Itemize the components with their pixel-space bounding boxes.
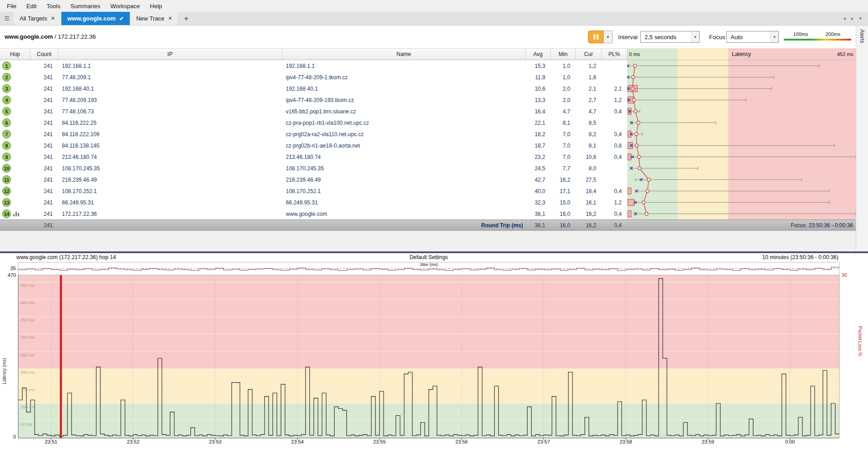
timeline-graph[interactable]	[0, 253, 868, 454]
scroll-tabs-left-icon[interactable]: ◂	[843, 15, 846, 21]
column-header-latency[interactable]: 0 ms Latency 452 ms	[627, 48, 856, 60]
close-tab-icon[interactable]: ✕	[168, 15, 172, 21]
hop-number-badge: 12	[2, 187, 11, 195]
cell-cur: 2,1	[576, 86, 602, 92]
hop-row-4[interactable]: 424177.48.209.193ipv4-77-48-209-193.tkom…	[0, 94, 627, 106]
legend-200ms-label: 200ms	[825, 31, 840, 37]
hop-number-badge: 1	[2, 61, 11, 70]
timeline-graph-panel[interactable]: www.google.com (172.217.22.36) hop 14 De…	[0, 253, 868, 454]
column-header-min[interactable]: Min	[551, 49, 576, 60]
chevron-down-icon: ▾	[770, 31, 778, 42]
band-label: 400 ms	[20, 300, 35, 305]
cell-cur: 2,7	[576, 97, 602, 103]
summary-avg: 38,1	[526, 222, 551, 229]
summary-count: 241	[30, 222, 58, 229]
hop-row-13[interactable]: 1324166.249.95.3166.249.95.3132,315,016,…	[0, 197, 627, 208]
summary-pl: 0,4	[602, 222, 627, 229]
timeline-settings-label[interactable]: Default Settings	[18, 254, 839, 260]
hop-number-badge: 3	[2, 84, 11, 93]
cell-ip: 108.170.252.1	[58, 188, 282, 194]
cell-ip: 213.46.180.74	[58, 154, 282, 160]
cell-cur: 8,2	[576, 131, 602, 138]
tab-label: All Targets	[20, 15, 47, 22]
alerts-sidebar: Alerts	[856, 26, 868, 251]
hop-number-badge: 13	[2, 198, 11, 207]
cell-count: 241	[30, 131, 58, 138]
menu-item-tools[interactable]: Tools	[41, 0, 65, 12]
menu-item-workspace[interactable]: Workspace	[105, 0, 145, 12]
pause-button[interactable]	[588, 31, 604, 43]
pause-dropdown-button[interactable]: ▾	[604, 31, 613, 43]
cell-hop: 14	[0, 208, 30, 219]
hop-row-14[interactable]: 14241172.217.22.36www.google.com38,116,0…	[0, 208, 627, 219]
hop-row-12[interactable]: 12241108.170.252.1108.170.252.140,017,11…	[0, 185, 627, 197]
tab-all-targets[interactable]: All Targets✕	[14, 12, 61, 25]
cell-pl: 0,8	[602, 143, 627, 149]
x-axis-label: 23:57	[538, 439, 550, 444]
column-header-count[interactable]: Count	[30, 49, 58, 60]
target-ip: 172.217.22.36	[58, 33, 96, 40]
menu-bar: FileEditToolsSummariesWorkspaceHelp	[0, 0, 868, 12]
cell-ip: 172.217.22.36	[58, 211, 282, 217]
cell-name: 108.170.245.35	[282, 165, 526, 172]
hop-row-5[interactable]: 524177.48.106.73v165.bb2.pop1.brn.sloane…	[0, 106, 627, 117]
menu-item-summaries[interactable]: Summaries	[66, 0, 106, 12]
hop-row-11[interactable]: 11241216.239.46.49216.239.46.4942,716,22…	[0, 174, 627, 185]
hop-row-6[interactable]: 624184.116.222.25cz-pra-pop1-rb1-vla100.…	[0, 117, 627, 128]
hop-row-2[interactable]: 224177.48.209.1ipv4-77-48-209-1.tkom.cz1…	[0, 71, 627, 83]
alerts-tab[interactable]: Alerts	[856, 26, 865, 43]
focus-select[interactable]: Auto ▾	[726, 31, 779, 43]
cell-cur: 18,4	[576, 188, 602, 194]
legend-gradient-bar	[784, 39, 851, 41]
hop-row-9[interactable]: 9241213.46.180.74213.46.180.7423,27,010,…	[0, 151, 627, 163]
hop-row-8[interactable]: 824184.116.138.145cz-prg02b-ri1-ae18-0.a…	[0, 140, 627, 151]
tab-new-trace[interactable]: New Trace✕	[130, 12, 178, 25]
interval-select[interactable]: 2,5 seconds ▾	[640, 31, 700, 43]
hop-row-7[interactable]: 724184.116.222.109cz-prg02a-ra2-vla110.n…	[0, 128, 627, 140]
cell-pl: 0,4	[602, 211, 627, 217]
tab-label: www.google.com	[67, 15, 116, 22]
column-header-avg[interactable]: Avg	[526, 49, 551, 60]
cell-avg: 18,7	[526, 143, 551, 149]
new-tab-button[interactable]: +	[179, 12, 194, 25]
column-header-pl[interactable]: PL%	[602, 49, 627, 60]
band-label: 100 ms	[20, 404, 35, 409]
scroll-tabs-right-icon[interactable]: ▸	[851, 15, 854, 21]
cell-cur: 4,7	[576, 108, 602, 115]
hop-number-badge: 14	[2, 209, 11, 218]
tab-menu-dropdown-icon[interactable]: ▾	[859, 15, 862, 21]
timeline-indicator-icon[interactable]	[13, 211, 19, 216]
cell-min: 2,0	[551, 97, 576, 103]
close-tab-icon[interactable]: ✕	[51, 15, 55, 21]
cell-ip: 66.249.95.31	[58, 199, 282, 206]
pingplotter-window: FileEditToolsSummariesWorkspaceHelp ☰ Al…	[0, 0, 868, 454]
cell-ip: 216.239.46.49	[58, 177, 282, 183]
tab-list-icon[interactable]: ☰	[0, 12, 14, 25]
cell-name: 216.239.46.49	[282, 177, 526, 183]
cell-name: ipv4-77-48-209-193.tkom.cz	[282, 97, 526, 103]
column-header-name[interactable]: Name	[282, 49, 526, 60]
cell-min: 7,0	[551, 154, 576, 160]
tab-www-google-com[interactable]: www.google.com✔	[61, 12, 130, 25]
table-header-row: Hop Count IP Name Avg Min Cur PL%	[0, 48, 627, 60]
cell-pl: 0,4	[602, 131, 627, 138]
cell-cur: 16,1	[576, 199, 602, 206]
round-trip-summary-row: 241 Round Trip (ms) 38,1 16,0 16,2 0,4 F…	[0, 219, 856, 231]
column-header-ip[interactable]: IP	[58, 49, 282, 60]
menu-item-help[interactable]: Help	[145, 0, 167, 12]
cell-hop: 7	[0, 128, 30, 140]
legend-100ms-label: 100ms	[793, 31, 808, 37]
hop-row-1[interactable]: 1241192.168.1.1192.168.1.115,31,01,2	[0, 60, 627, 71]
trace-table-body: 1241192.168.1.1192.168.1.115,31,01,22241…	[0, 60, 627, 219]
hop-row-10[interactable]: 10241108.170.245.35108.170.245.3524,57,7…	[0, 163, 627, 174]
cell-hop: 3	[0, 83, 30, 94]
cell-avg: 15,3	[526, 63, 551, 69]
menu-item-file[interactable]: File	[2, 0, 21, 12]
cell-hop: 5	[0, 106, 30, 117]
hop-row-3[interactable]: 3241192.168.40.1192.168.40.110,62,02,12,…	[0, 83, 627, 94]
column-header-cur[interactable]: Cur	[576, 49, 602, 60]
cell-count: 241	[30, 154, 58, 160]
column-header-hop[interactable]: Hop	[0, 49, 30, 60]
menu-item-edit[interactable]: Edit	[21, 0, 41, 12]
chevron-down-icon: ▾	[691, 31, 699, 42]
